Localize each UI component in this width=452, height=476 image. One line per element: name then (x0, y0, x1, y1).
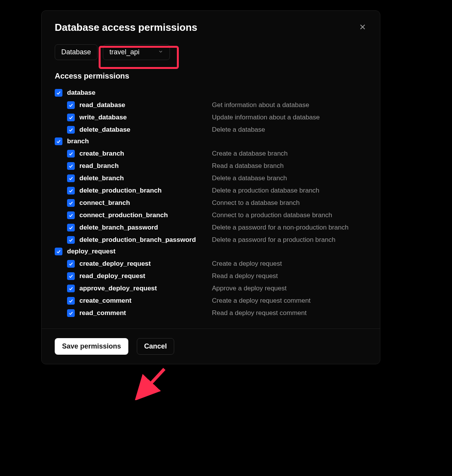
permission-row: read_commentRead a deploy request commen… (55, 309, 367, 317)
permission-name: read_database (79, 101, 125, 109)
permission-checkbox[interactable] (67, 285, 75, 292)
permission-row: delete_branchDelete a database branch (55, 174, 367, 182)
permission-row: read_branchRead a database branch (55, 162, 367, 170)
permission-checkbox[interactable] (67, 224, 75, 231)
permissions-list: databaseread_databaseGet information abo… (42, 85, 380, 324)
permission-description: Approve a deploy request (212, 285, 287, 292)
permission-row: create_commentCreate a deploy request co… (55, 297, 367, 305)
permission-name: delete_branch (79, 174, 124, 182)
permission-row: connect_branchConnect to a database bran… (55, 199, 367, 207)
permission-group: deploy_request (55, 248, 367, 255)
permission-name: create_comment (79, 297, 131, 305)
permission-checkbox[interactable] (67, 126, 75, 134)
modal-title: Database access permissions (55, 22, 197, 34)
group-checkbox[interactable] (55, 89, 62, 97)
permission-description: Update information about a database (212, 114, 320, 121)
group-name: deploy_request (67, 248, 116, 255)
permission-name: write_database (79, 114, 127, 121)
group-checkbox[interactable] (55, 137, 62, 145)
permission-checkbox[interactable] (67, 260, 75, 268)
permission-checkbox[interactable] (67, 199, 75, 207)
permission-group: branch (55, 137, 367, 145)
permission-row: delete_production_branchDelete a product… (55, 187, 367, 194)
permission-row: connect_production_branchConnect to a pr… (55, 211, 367, 219)
permission-name: delete_production_branch (79, 187, 161, 194)
permission-checkbox[interactable] (67, 187, 75, 194)
permission-name: read_comment (79, 309, 126, 317)
permission-row: write_databaseUpdate information about a… (55, 114, 367, 121)
permissions-modal: Database access permissions Database tra… (41, 10, 380, 364)
permission-row: create_branchCreate a database branch (55, 150, 367, 158)
permission-name: delete_branch_password (79, 224, 158, 231)
permission-row: approve_deploy_requestApprove a deploy r… (55, 285, 367, 292)
database-label: Database (55, 44, 97, 60)
permission-description: Delete a database branch (212, 174, 287, 182)
permission-row: delete_production_branch_passwordDelete … (55, 236, 367, 244)
permission-description: Read a database branch (212, 162, 284, 170)
close-icon[interactable] (358, 23, 367, 33)
permission-description: Create a database branch (212, 150, 288, 158)
permission-name: create_branch (79, 150, 124, 158)
permission-checkbox[interactable] (67, 272, 75, 280)
permission-checkbox[interactable] (67, 150, 75, 158)
permission-row: read_databaseGet information about a dat… (55, 101, 367, 109)
group-name: branch (67, 137, 89, 145)
permission-row: delete_branch_passwordDelete a password … (55, 224, 367, 231)
permission-row: read_deploy_requestRead a deploy request (55, 272, 367, 280)
svg-line-1 (141, 369, 164, 394)
permission-name: create_deploy_request (79, 260, 151, 268)
group-name: database (67, 89, 96, 97)
permission-description: Delete a production database branch (212, 187, 319, 194)
permission-row: delete_databaseDelete a database (55, 126, 367, 134)
permission-checkbox[interactable] (67, 114, 75, 121)
permission-name: read_deploy_request (79, 272, 145, 280)
section-title: Access permissions (42, 63, 380, 85)
permission-description: Delete a password for a production branc… (212, 236, 335, 244)
permission-description: Read a deploy request (212, 272, 278, 280)
permission-description: Get information about a database (212, 101, 309, 109)
permission-description: Connect to a production database branch (212, 211, 332, 219)
permission-name: read_branch (79, 162, 119, 170)
permission-checkbox[interactable] (67, 174, 75, 182)
permission-name: connect_production_branch (79, 211, 168, 219)
permission-group: database (55, 89, 367, 97)
permission-row: create_deploy_requestCreate a deploy req… (55, 260, 367, 268)
group-checkbox[interactable] (55, 248, 62, 255)
permission-checkbox[interactable] (67, 162, 75, 170)
permission-description: Connect to a database branch (212, 199, 300, 207)
permission-description: Delete a database (212, 126, 265, 134)
permission-name: delete_production_branch_password (79, 236, 196, 244)
permission-name: delete_database (79, 126, 130, 134)
database-select-value: travel_api (109, 48, 139, 56)
permission-checkbox[interactable] (67, 101, 75, 109)
arrow-annotation (135, 365, 170, 400)
permission-description: Read a deploy request comment (212, 309, 307, 317)
permission-name: approve_deploy_request (79, 285, 157, 292)
database-select[interactable]: travel_api (103, 44, 170, 60)
permission-checkbox[interactable] (67, 236, 75, 244)
permission-name: connect_branch (79, 199, 130, 207)
chevron-down-icon (158, 48, 163, 56)
permission-checkbox[interactable] (67, 309, 75, 317)
permission-description: Create a deploy request comment (212, 297, 311, 305)
permission-checkbox[interactable] (67, 211, 75, 219)
permission-description: Delete a password for a non-production b… (212, 224, 348, 231)
save-button[interactable]: Save permissions (55, 338, 128, 355)
cancel-button[interactable]: Cancel (137, 338, 174, 355)
permission-checkbox[interactable] (67, 297, 75, 305)
permission-description: Create a deploy request (212, 260, 282, 268)
